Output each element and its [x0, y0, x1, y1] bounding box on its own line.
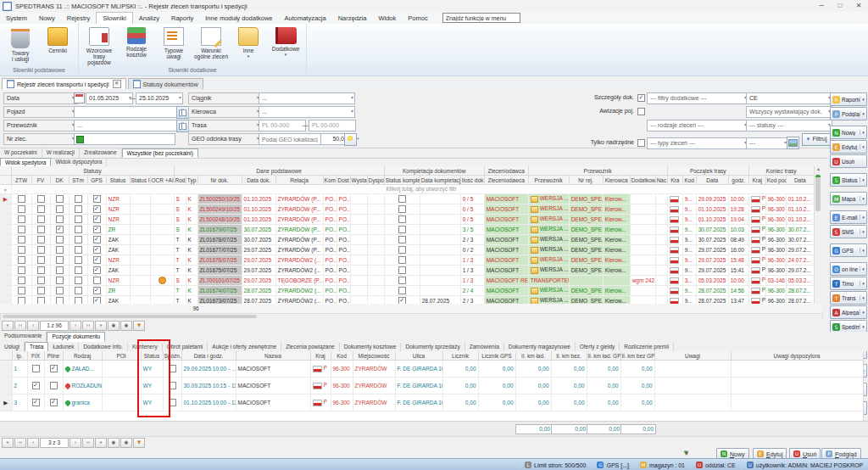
cell-stm[interactable] [69, 266, 87, 276]
bottom-subtab-oferty-z-giełdy[interactable]: Oferty z giełdy [576, 343, 620, 351]
chevron-down-icon[interactable]: ▾ [860, 266, 866, 271]
stm-checkbox[interactable] [75, 195, 82, 203]
bottom-subtab-dokumenty-magazynowe[interactable]: Dokumenty magazynowe [504, 343, 576, 351]
bottom-subtab-kontenery[interactable]: Kontenery [128, 343, 163, 351]
column-header-miejscowość[interactable]: Miejscowość [353, 351, 395, 361]
cell-ztw[interactable] [11, 286, 31, 296]
menu-item-widok[interactable]: Widok [372, 13, 402, 24]
image-button[interactable] [787, 137, 799, 149]
trasa-from-field[interactable]: PL 00-000 [259, 120, 306, 131]
trasa-to-field[interactable]: PL 00-000 [309, 120, 356, 131]
filter-label-data[interactable]: Data [3, 92, 78, 104]
ribbon-button-cenniki[interactable]: Cenniki [39, 26, 76, 66]
filter-label-trasa[interactable]: Trasa [188, 120, 263, 131]
order-row[interactable]: ZRSKZL01679/07/2530.07.2025ŻYRARDÓW (P..… [0, 225, 814, 235]
cell-stm[interactable] [69, 225, 87, 235]
prev-group-button[interactable]: ‹‹ [14, 438, 26, 448]
order-row[interactable]: ZAKTKZL01677/07/2529.07.2025ŻYRARDÓW (P.… [0, 245, 814, 255]
stm-checkbox[interactable] [75, 266, 82, 274]
minimize-button[interactable]: ─ [812, 0, 831, 12]
gps-checkbox[interactable] [93, 236, 101, 243]
position-row[interactable]: ▶3granicaWY01.10.2025 10:00 - 12:00MACIO… [0, 394, 863, 411]
ciagnik-dropdown[interactable]: ...▾ [259, 92, 355, 104]
cell-stm[interactable] [69, 204, 87, 215]
fv-checkbox[interactable] [37, 246, 45, 254]
cell-ztw[interactable] [11, 215, 31, 225]
sidebar-button-sms[interactable]: SSMS▾ [830, 225, 867, 238]
dk-checkbox[interactable] [56, 205, 64, 213]
nrzlec-field[interactable] [74, 133, 175, 145]
statusy-dropdown[interactable]: --- statusy ---▾ [746, 120, 832, 131]
order-row[interactable]: NZRTKZL01676/07/2529.07.2025ŻYRARDÓW2 (.… [0, 255, 814, 266]
sidebar-button-podgląd[interactable]: PPodgląd▾ [830, 107, 867, 120]
cell-fv[interactable] [31, 286, 50, 296]
dk-checkbox[interactable] [56, 195, 64, 203]
sidebar-button-raporty[interactable]: RRaporty▾ [830, 92, 867, 106]
filter-label-ciagnik[interactable]: Ciągnik [188, 92, 263, 104]
column-header-status[interactable]: Status [106, 176, 130, 185]
funnel-icon[interactable]: ▼ [133, 321, 145, 331]
cell-dk[interactable] [50, 235, 69, 245]
bottom-subtab-dokumenty-kosztowe[interactable]: Dokumenty kosztowe [340, 343, 402, 351]
kompl-checkbox[interactable] [398, 266, 406, 274]
column-header-dk[interactable]: DK [50, 176, 69, 185]
calendar-icon[interactable] [74, 92, 85, 104]
first-page-button[interactable]: « [2, 438, 14, 448]
grid-filter-row[interactable]: ▼Kliknij tutaj, aby utworzyć filtr [0, 185, 814, 194]
cell-stm[interactable] [69, 255, 87, 266]
maximize-button[interactable]: □ [831, 0, 849, 12]
kompl-checkbox[interactable] [398, 287, 406, 294]
column-header-data-kompletacji[interactable]: Data kompletacji [420, 176, 460, 185]
fv-checkbox[interactable] [37, 205, 45, 213]
sidebar-button-mapa[interactable]: MMapa▾ [830, 192, 867, 205]
bottom-subtab-ładunek[interactable]: Ładunek [48, 343, 79, 351]
ztw-checkbox[interactable] [18, 205, 25, 213]
kompl-checkbox[interactable] [398, 215, 406, 223]
filter-label-nrzlec[interactable]: Nr zlec. [3, 133, 78, 145]
column-header-wysta[interactable]: Wysta [350, 176, 367, 185]
bulb-icon[interactable] [344, 133, 357, 146]
cell-dk[interactable] [50, 194, 69, 204]
dk-checkbox[interactable] [56, 236, 64, 243]
position-row[interactable]: 2ROZŁADUNEKWY30.09.2025 10:15 - 11:00MAC… [0, 378, 863, 394]
oddzial-dropdown[interactable]: CE▾ [746, 92, 832, 104]
column-header-dyspo[interactable]: Dyspo [367, 176, 384, 185]
fix-checkbox[interactable] [32, 365, 40, 372]
cell-gps[interactable] [87, 235, 106, 245]
cell-ztw[interactable] [11, 225, 31, 235]
column-header-il-km-ład[interactable]: Il. km ład. [515, 351, 551, 361]
kompl-checkbox[interactable] [398, 195, 406, 203]
scrollbar-thumb[interactable] [815, 175, 821, 211]
stm-checkbox[interactable] [75, 226, 82, 233]
column-header-kra[interactable]: Kra [667, 176, 682, 185]
menu-item-rejestry[interactable]: Rejestry [61, 13, 97, 24]
tab-rejestr-zleceń-transportu-i-spedycji[interactable]: Rejestr zleceń transportu i spedycji✕ [2, 78, 126, 89]
close-icon[interactable]: ✕ [113, 80, 121, 88]
view-tab-wszystkie-bez-poczekalni[interactable]: Wszystkie (bez poczekalni) [122, 148, 198, 158]
kompl-checkbox[interactable] [398, 226, 406, 233]
gps-checkbox[interactable] [93, 256, 101, 264]
cell-dk[interactable] [50, 245, 69, 255]
column-header-nazwa[interactable]: Nazwa [236, 351, 310, 361]
ztw-checkbox[interactable] [18, 266, 25, 274]
cell-dk[interactable] [50, 255, 69, 266]
cell-stm[interactable] [69, 276, 87, 286]
column-header-ztw[interactable]: ZTW [11, 176, 31, 185]
ztw-checkbox[interactable] [18, 246, 25, 254]
fv-checkbox[interactable] [37, 236, 45, 243]
column-header-rodzaj[interactable]: Rodzaj [63, 351, 102, 361]
column-header-dodatkowe[interactable]: Dodatkowe [630, 176, 655, 185]
menu-item-analizy[interactable]: Analizy [133, 13, 165, 24]
cell-dk[interactable] [50, 266, 69, 276]
last-page-button[interactable]: » [95, 438, 107, 448]
cell-fv[interactable] [31, 276, 50, 286]
cell-kompl[interactable] [384, 266, 420, 276]
chevron-down-icon[interactable]: ▾ [860, 324, 866, 329]
bottom-tab-pozycje-dokumentu[interactable]: Pozycje dokumentu [47, 332, 105, 342]
cell-kompl[interactable] [384, 215, 420, 225]
menu-item-system[interactable]: System [0, 13, 33, 24]
column-header-spóźn[interactable]: Spóźn. [163, 351, 181, 361]
column-header-ulica[interactable]: Ulica [395, 351, 442, 361]
column-header-przewoźnik[interactable]: Przewoźnik [528, 176, 569, 185]
column-header-il-km-ład-gps[interactable]: Il. km ład. GPS [587, 351, 620, 361]
